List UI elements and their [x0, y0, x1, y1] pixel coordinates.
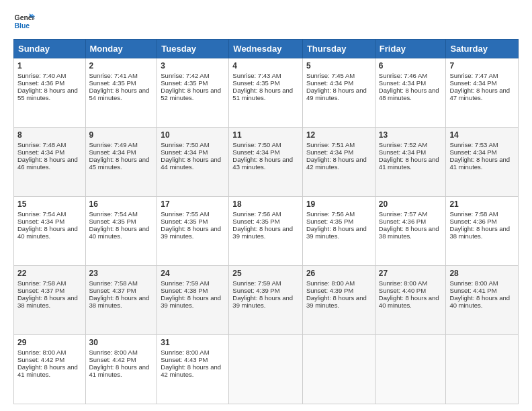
day-number: 7	[449, 61, 515, 71]
sunrise: Sunrise: 7:51 AM	[306, 141, 355, 148]
calendar-cell: 5Sunrise: 7:45 AMSunset: 4:34 PMDaylight…	[302, 58, 375, 128]
sunset: Sunset: 4:35 PM	[232, 218, 279, 225]
sunrise: Sunrise: 7:48 AM	[17, 141, 66, 148]
sunrise: Sunrise: 7:46 AM	[379, 72, 427, 79]
day-number: 24	[161, 269, 225, 278]
daylight: Daylight: 8 hours and 42 minutes.	[161, 363, 221, 378]
calendar-cell: 14Sunrise: 7:53 AMSunset: 4:34 PMDayligh…	[446, 128, 519, 197]
sunrise: Sunrise: 7:56 AM	[306, 210, 355, 218]
day-header-monday: Monday	[85, 40, 157, 58]
daylight: Daylight: 8 hours and 47 minutes.	[449, 87, 510, 101]
day-number: 6	[379, 61, 443, 71]
day-number: 8	[17, 130, 82, 140]
sunset: Sunset: 4:34 PM	[306, 79, 353, 87]
sunset: Sunset: 4:34 PM	[89, 148, 136, 156]
calendar-cell: 16Sunrise: 7:54 AMSunset: 4:35 PMDayligh…	[85, 197, 157, 266]
calendar-cell	[375, 335, 446, 404]
calendar-page: General Blue SundayMondayTuesdayWednesda…	[0, 0, 532, 411]
daylight: Daylight: 8 hours and 41 minutes.	[89, 363, 150, 378]
calendar-cell: 31Sunrise: 8:00 AMSunset: 4:43 PMDayligh…	[157, 335, 229, 404]
sunset: Sunset: 4:36 PM	[17, 79, 64, 87]
sunrise: Sunrise: 8:00 AM	[306, 279, 355, 287]
daylight: Daylight: 8 hours and 43 minutes.	[232, 156, 293, 171]
day-number: 18	[232, 199, 299, 209]
daylight: Daylight: 8 hours and 39 minutes.	[306, 225, 367, 240]
sunset: Sunset: 4:35 PM	[306, 218, 353, 225]
sunrise: Sunrise: 7:53 AM	[449, 141, 498, 148]
sunrise: Sunrise: 7:45 AM	[306, 72, 355, 79]
calendar-cell: 23Sunrise: 7:58 AMSunset: 4:37 PMDayligh…	[85, 266, 157, 335]
calendar-cell: 18Sunrise: 7:56 AMSunset: 4:35 PMDayligh…	[229, 197, 303, 266]
calendar-cell: 6Sunrise: 7:46 AMSunset: 4:34 PMDaylight…	[375, 58, 446, 128]
week-row-1: 1Sunrise: 7:40 AMSunset: 4:36 PMDaylight…	[14, 58, 519, 128]
sunrise: Sunrise: 7:40 AM	[17, 72, 66, 79]
calendar-cell: 11Sunrise: 7:50 AMSunset: 4:34 PMDayligh…	[229, 128, 303, 197]
sunset: Sunset: 4:42 PM	[17, 356, 64, 363]
sunset: Sunset: 4:34 PM	[379, 148, 426, 156]
sunrise: Sunrise: 7:50 AM	[161, 141, 209, 148]
sunrise: Sunrise: 7:58 AM	[17, 279, 66, 287]
calendar-cell: 4Sunrise: 7:43 AMSunset: 4:35 PMDaylight…	[229, 58, 303, 128]
calendar-cell: 9Sunrise: 7:49 AMSunset: 4:34 PMDaylight…	[85, 128, 157, 197]
sunrise: Sunrise: 8:00 AM	[449, 279, 498, 287]
day-number: 30	[89, 338, 154, 347]
calendar-cell: 10Sunrise: 7:50 AMSunset: 4:34 PMDayligh…	[157, 128, 229, 197]
day-header-wednesday: Wednesday	[229, 40, 303, 58]
sunset: Sunset: 4:39 PM	[306, 287, 353, 294]
day-number: 31	[161, 338, 225, 347]
day-number: 22	[17, 269, 82, 278]
calendar-body: 1Sunrise: 7:40 AMSunset: 4:36 PMDaylight…	[14, 58, 519, 404]
logo-icon: General Blue	[13, 11, 35, 32]
week-row-3: 15Sunrise: 7:54 AMSunset: 4:34 PMDayligh…	[14, 197, 519, 266]
daylight: Daylight: 8 hours and 39 minutes.	[232, 294, 293, 309]
sunrise: Sunrise: 8:00 AM	[161, 349, 209, 356]
day-number: 4	[232, 61, 299, 71]
daylight: Daylight: 8 hours and 48 minutes.	[379, 87, 439, 101]
calendar-header-row: SundayMondayTuesdayWednesdayThursdayFrid…	[14, 40, 519, 58]
calendar-cell: 15Sunrise: 7:54 AMSunset: 4:34 PMDayligh…	[14, 197, 86, 266]
calendar-cell: 17Sunrise: 7:55 AMSunset: 4:35 PMDayligh…	[157, 197, 229, 266]
svg-text:Blue: Blue	[15, 22, 30, 30]
day-number: 11	[232, 130, 299, 140]
sunrise: Sunrise: 7:50 AM	[232, 141, 281, 148]
sunset: Sunset: 4:40 PM	[379, 287, 426, 294]
daylight: Daylight: 8 hours and 40 minutes.	[17, 225, 78, 240]
day-header-thursday: Thursday	[302, 40, 375, 58]
sunrise: Sunrise: 7:42 AM	[161, 72, 209, 79]
calendar-cell: 22Sunrise: 7:58 AMSunset: 4:37 PMDayligh…	[14, 266, 86, 335]
calendar-cell: 27Sunrise: 8:00 AMSunset: 4:40 PMDayligh…	[375, 266, 446, 335]
sunrise: Sunrise: 7:56 AM	[232, 210, 281, 218]
calendar-cell: 28Sunrise: 8:00 AMSunset: 4:41 PMDayligh…	[446, 266, 519, 335]
calendar-cell: 8Sunrise: 7:48 AMSunset: 4:34 PMDaylight…	[14, 128, 86, 197]
day-number: 28	[449, 269, 515, 278]
day-number: 1	[17, 61, 82, 71]
day-number: 10	[161, 130, 225, 140]
calendar-table: SundayMondayTuesdayWednesdayThursdayFrid…	[13, 39, 519, 404]
sunrise: Sunrise: 7:52 AM	[379, 141, 427, 148]
sunrise: Sunrise: 7:58 AM	[89, 279, 138, 287]
day-number: 25	[232, 269, 299, 278]
week-row-5: 29Sunrise: 8:00 AMSunset: 4:42 PMDayligh…	[14, 335, 519, 404]
daylight: Daylight: 8 hours and 41 minutes.	[17, 363, 78, 378]
daylight: Daylight: 8 hours and 41 minutes.	[449, 156, 510, 171]
sunset: Sunset: 4:43 PM	[161, 356, 208, 363]
logo: General Blue	[13, 11, 35, 32]
daylight: Daylight: 8 hours and 44 minutes.	[161, 156, 221, 171]
daylight: Daylight: 8 hours and 46 minutes.	[17, 156, 78, 171]
day-number: 23	[89, 269, 154, 278]
sunset: Sunset: 4:35 PM	[89, 79, 136, 87]
daylight: Daylight: 8 hours and 52 minutes.	[161, 87, 221, 101]
sunset: Sunset: 4:34 PM	[161, 148, 208, 156]
sunset: Sunset: 4:34 PM	[379, 79, 426, 87]
sunrise: Sunrise: 8:00 AM	[17, 349, 66, 356]
daylight: Daylight: 8 hours and 40 minutes.	[449, 294, 510, 309]
sunset: Sunset: 4:34 PM	[232, 148, 279, 156]
week-row-4: 22Sunrise: 7:58 AMSunset: 4:37 PMDayligh…	[14, 266, 519, 335]
day-number: 16	[89, 199, 154, 209]
day-number: 14	[449, 130, 515, 140]
sunrise: Sunrise: 7:47 AM	[449, 72, 498, 79]
sunrise: Sunrise: 7:57 AM	[379, 210, 427, 218]
daylight: Daylight: 8 hours and 38 minutes.	[379, 225, 439, 240]
daylight: Daylight: 8 hours and 40 minutes.	[89, 225, 150, 240]
daylight: Daylight: 8 hours and 38 minutes.	[449, 225, 510, 240]
